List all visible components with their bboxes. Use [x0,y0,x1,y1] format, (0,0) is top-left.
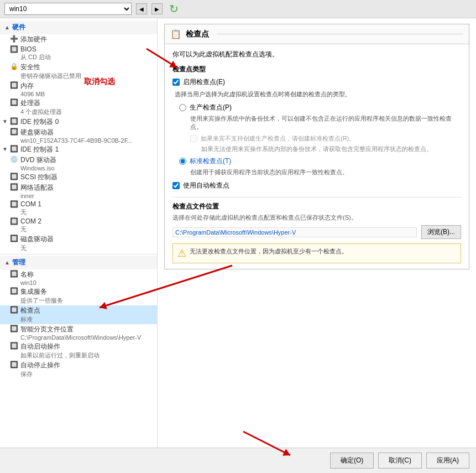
enable-checkpoint-label[interactable]: 启用检查点(E) [183,77,225,87]
diskdrive-icon: 🔲 [10,235,18,242]
standard-radio[interactable] [179,158,186,165]
smartpaging-label: 智能分页文件位置 [20,325,141,334]
sidebar-item-autostop[interactable]: 🔲 自动停止操作 保存 [0,360,157,379]
autostart-label: 自动启动操作 [20,342,100,351]
smartpaging-icon: 🔲 [10,325,18,332]
scsi-label: SCSI 控制器 [20,173,57,182]
select-type-desc: 选择当用户选择为此虚拟机设置检查点时将创建的检查点的类型。 [175,90,461,98]
sidebar-item-integration[interactable]: 🔲 集成服务 提供了一些服务 [0,287,157,305]
com2-icon: 🔲 [10,217,18,225]
com1-detail: 无 [20,208,41,216]
management-chevron: ▲ [4,259,10,266]
auto-checkpoint-checkbox[interactable] [172,182,180,189]
integration-detail: 提供了一些服务 [20,297,63,305]
cancel-button[interactable]: 取消(C) [378,453,422,469]
apply-button[interactable]: 应用(A) [426,453,469,469]
security-label: 安全性 [20,63,81,72]
integration-icon: 🔲 [10,287,18,295]
harddrive-label: 硬盘驱动器 [20,128,132,137]
security-detail: 密钥存储驱动器已禁用 [20,72,81,80]
production-fallback-desc: 如果无法使用来宾操作系统内部的备份技术，请获取包含完整应用程序状态的检查点。 [201,145,461,153]
production-radio-label[interactable]: 生产检查点(P) [190,103,232,112]
checkpoint-sidebar-icon: 🔲 [10,306,18,314]
auto-checkpoint-label[interactable]: 使用自动检查点 [183,181,229,190]
refresh-button[interactable]: ↻ [167,2,180,15]
vm-selector[interactable]: win10 [4,3,132,15]
sidebar-item-security[interactable]: 🔒 安全性 密钥存储驱动器已禁用 [0,62,157,81]
title-divider [217,34,463,34]
sidebar-item-add-hardware[interactable]: ➕ 添加硬件 [0,34,157,45]
production-fallback-label: 如果来宾不支持创建生产检查点，请创建标准检查点(R)。 [201,134,355,143]
sidebar-item-scsi[interactable]: 🔲 SCSI 控制器 [0,172,157,183]
file-location-section: 检查点文件位置 选择在何处存储此虚拟机的检查点配置和检查点已保存状态文件(S)。… [172,197,461,263]
integration-label: 集成服务 [20,287,63,297]
hardware-section-header[interactable]: ▲ 硬件 [0,20,157,34]
file-location-desc: 选择在何处存储此虚拟机的检查点配置和检查点已保存状态文件(S)。 [172,214,461,222]
com1-icon: 🔲 [10,200,18,208]
production-fallback-checkbox[interactable] [190,135,197,142]
management-section-header[interactable]: ▲ 管理 [0,256,157,269]
name-icon: 🔲 [10,270,18,278]
harddrive-icon: 🔲 [10,128,18,136]
hardware-chevron: ▲ [4,24,10,30]
autostop-label: 自动停止操作 [20,361,60,370]
harddrive-detail: win10_F152A733-7C4F-4B9B-9C0B-2F... [20,137,132,144]
network-detail: inner [20,193,54,199]
sidebar-item-smartpaging[interactable]: 🔲 智能分页文件位置 C:\ProgramData\Microsoft\Wind… [0,324,157,341]
nav-back-button[interactable]: ◀ [136,3,147,14]
sidebar-item-harddrive[interactable]: 🔲 硬盘驱动器 win10_F152A733-7C4F-4B9B-9C0B-2F… [0,127,157,144]
scsi-icon: 🔲 [10,173,18,180]
confirm-button[interactable]: 确定(O) [330,453,374,469]
checkpoint-sidebar-detail: 标准 [20,315,40,324]
sidebar-item-com1[interactable]: 🔲 COM 1 无 [0,200,157,217]
production-radio-group: 生产检查点(P) 使用来宾操作系统中的备份技术，可以创建不包含正在运行的应用程序… [179,103,461,153]
sidebar-item-bios[interactable]: 🔲 BIOS 从 CD 启动 [0,45,157,62]
browse-button[interactable]: 浏览(B)... [421,225,461,239]
bios-detail: 从 CD 启动 [20,53,51,61]
ide1-label: IDE 控制器 1 [20,145,59,154]
name-label: 名称 [20,270,36,279]
production-radio[interactable] [179,104,186,111]
standard-radio-label[interactable]: 标准检查点(T) [190,157,231,166]
diskdrive-detail: 无 [20,244,54,252]
autostart-detail: 如果以前运行过，则重新启动 [20,351,100,360]
add-hardware-label: 添加硬件 [20,35,47,44]
sidebar-item-name[interactable]: 🔲 名称 win10 [0,269,157,287]
sidebar-item-autostart[interactable]: 🔲 自动启动操作 如果以前运行过，则重新启动 [0,341,157,360]
autostart-icon: 🔲 [10,342,18,350]
name-detail: win10 [20,279,36,286]
memory-detail: 4096 MB [20,91,45,97]
nav-forward-button[interactable]: ▶ [151,3,163,14]
enable-checkpoint-checkbox[interactable] [172,79,180,86]
warning-row: ⚠ 无法更改检查点文件位置，因为虚拟机至少有一个检查点。 [172,243,461,263]
sidebar-item-dvd[interactable]: 💿 DVD 驱动器 Windows.iso [0,155,157,172]
sidebar: ▲ 硬件 ➕ 添加硬件 🔲 BIOS 从 CD [0,18,158,448]
sidebar-item-checkpoint[interactable]: 🔲 检查点 标准 [0,305,157,324]
com1-label: COM 1 [20,200,41,208]
memory-label: 内存 [20,81,45,91]
processor-detail: 4 个虚拟处理器 [20,108,62,116]
bottom-bar: 确定(O) 取消(C) 应用(A) [0,448,476,473]
hardware-section-label: 硬件 [12,23,25,32]
autostop-icon: 🔲 [10,361,18,368]
security-icon: 🔒 [10,63,18,70]
bios-label: BIOS [20,45,51,53]
file-location-title: 检查点文件位置 [172,202,461,211]
sidebar-item-processor[interactable]: 🔲 处理器 4 个虚拟处理器 [0,98,157,117]
sidebar-item-ide1[interactable]: ▼ 🔲 IDE 控制器 1 [0,144,157,155]
dvd-label: DVD 驱动器 [20,155,56,165]
sidebar-item-diskdrive[interactable]: 🔲 磁盘驱动器 无 [0,234,157,253]
ide0-icon: 🔲 [10,117,18,125]
sidebar-item-ide0[interactable]: ▼ 🔲 IDE 控制器 0 [0,117,157,127]
com2-detail: 无 [20,225,41,233]
production-desc: 使用来宾操作系统中的备份技术，可以创建不包含正在运行的应用程序相关信息的数据一致… [190,115,461,131]
sidebar-item-com2[interactable]: 🔲 COM 2 无 [0,217,157,234]
file-path-display: C:\ProgramData\Microsoft\Windows\Hyper-V [172,227,417,237]
ide0-label: IDE 控制器 0 [20,117,59,127]
checkpoint-panel-icon: 📋 [170,29,181,39]
sidebar-item-network[interactable]: 🔲 网络适配器 inner [0,183,157,200]
sidebar-item-memory[interactable]: 🔲 内存 4096 MB [0,81,157,98]
warning-icon: ⚠ [177,247,186,259]
management-section-label: 管理 [12,258,25,267]
autostop-detail: 保存 [20,370,60,378]
